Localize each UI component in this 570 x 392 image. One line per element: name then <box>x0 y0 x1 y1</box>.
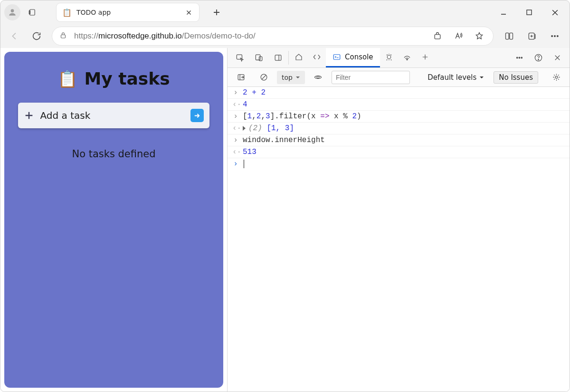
tab-console[interactable]: Console <box>326 48 380 67</box>
svg-point-17 <box>387 55 391 59</box>
svg-rect-1 <box>30 10 35 15</box>
svg-point-9 <box>551 36 553 37</box>
device-toolbar-icon[interactable] <box>249 53 268 62</box>
add-task-input[interactable]: Add a task <box>18 103 209 128</box>
svg-point-11 <box>557 36 559 37</box>
svg-rect-15 <box>275 55 281 60</box>
inspect-element-icon[interactable] <box>230 53 249 62</box>
svg-rect-13 <box>256 55 260 60</box>
tab-network[interactable] <box>398 48 416 67</box>
svg-rect-7 <box>510 33 513 39</box>
browser-tab[interactable]: 📋 TODO app <box>57 3 199 21</box>
add-task-placeholder: Add a task <box>40 110 184 121</box>
log-levels-select[interactable]: Default levels <box>428 73 484 82</box>
devtools-panel: Console top Default <box>227 48 570 392</box>
svg-point-19 <box>516 57 518 58</box>
devtools-more-icon[interactable] <box>510 48 529 67</box>
dock-side-icon[interactable] <box>268 53 287 62</box>
clear-console-icon[interactable] <box>254 73 273 82</box>
console-input-row: › 2 + 2 <box>228 87 570 99</box>
clipboard-icon: 📋 <box>57 69 77 88</box>
collections-icon[interactable] <box>525 29 539 43</box>
new-tab-button[interactable] <box>209 4 225 20</box>
tab-elements[interactable] <box>308 48 326 67</box>
profile-button[interactable] <box>4 4 20 20</box>
favorite-icon[interactable] <box>472 29 486 43</box>
svg-point-18 <box>406 59 407 60</box>
text-cursor <box>244 160 244 168</box>
svg-point-27 <box>555 76 558 78</box>
svg-point-10 <box>554 36 556 37</box>
console-prompt-row[interactable]: › <box>228 158 570 170</box>
tab-sources[interactable] <box>380 48 398 67</box>
svg-point-21 <box>521 57 522 58</box>
console-toolbar: top Default levels No Issues <box>228 68 570 87</box>
console-output-row: ‹· 513 <box>228 146 570 158</box>
console-output-row[interactable]: ‹· (2) [1, 3] <box>228 123 570 134</box>
console-settings-icon[interactable] <box>547 73 566 82</box>
shopping-icon[interactable] <box>430 29 445 43</box>
live-expression-icon[interactable] <box>309 73 328 82</box>
clipboard-icon: 📋 <box>62 8 72 17</box>
console-input-row: › window.innerHeight <box>228 134 570 146</box>
page-title: 📋 My tasks <box>57 69 170 88</box>
split-screen-icon[interactable] <box>502 29 516 43</box>
issues-button[interactable]: No Issues <box>494 71 538 84</box>
webpage-viewport: 📋 My tasks Add a task No tasks defined <box>0 48 227 392</box>
svg-point-23 <box>538 59 539 60</box>
content-area: 📋 My tasks Add a task No tasks defined <box>0 48 570 392</box>
read-aloud-icon[interactable] <box>451 29 466 43</box>
svg-point-0 <box>11 9 14 12</box>
svg-point-20 <box>519 57 520 58</box>
tab-strip: 📋 TODO app <box>0 0 570 24</box>
lock-icon <box>59 31 67 41</box>
tab-title: TODO app <box>76 9 179 16</box>
browser-toolbar: https://microsoftedge.github.io/Demos/de… <box>0 24 570 48</box>
browser-window: 📋 TODO app <box>0 0 570 392</box>
expand-icon[interactable] <box>243 126 246 131</box>
log-levels-label: Default levels <box>428 73 476 82</box>
devtools-tabbar: Console <box>228 48 570 68</box>
console-filter-input[interactable] <box>332 71 410 84</box>
page-heading-text: My tasks <box>84 69 170 88</box>
refresh-button[interactable] <box>30 29 43 43</box>
minimize-button[interactable] <box>493 3 514 22</box>
svg-rect-16 <box>333 55 340 60</box>
svg-point-26 <box>317 76 320 78</box>
empty-state-text: No tasks defined <box>72 148 155 160</box>
todo-app: 📋 My tasks Add a task No tasks defined <box>4 52 223 388</box>
svg-rect-6 <box>506 33 509 39</box>
devtools-close-icon[interactable] <box>548 48 567 67</box>
tab-actions-button[interactable] <box>24 4 40 20</box>
address-bar[interactable]: https://microsoftedge.github.io/Demos/de… <box>52 27 494 46</box>
tab-more[interactable] <box>416 48 434 67</box>
console-output-row: ‹· 4 <box>228 99 570 111</box>
close-tab-button[interactable] <box>184 8 193 17</box>
maximize-button[interactable] <box>518 3 540 22</box>
svg-rect-3 <box>527 10 532 15</box>
back-button[interactable] <box>8 29 21 43</box>
issues-label: No Issues <box>499 73 533 82</box>
console-input-row: › [1,2,3].filter(x => x % 2) <box>228 111 570 123</box>
tab-console-label: Console <box>345 53 373 61</box>
toggle-sidebar-icon[interactable] <box>231 73 250 82</box>
console-output[interactable]: › 2 + 2 ‹· 4 › [1,2,3].filter(x => x % 2… <box>228 87 570 392</box>
svg-rect-4 <box>61 35 66 38</box>
url-text: https://microsoftedge.github.io/Demos/de… <box>74 31 424 41</box>
devtools-help-icon[interactable] <box>529 48 548 67</box>
settings-menu-icon[interactable] <box>548 29 562 43</box>
execution-context-select[interactable]: top <box>277 71 305 84</box>
tab-welcome[interactable] <box>290 48 308 67</box>
svg-rect-5 <box>435 35 440 39</box>
execution-context-label: top <box>282 74 293 81</box>
submit-task-button[interactable] <box>190 109 204 122</box>
close-window-button[interactable] <box>544 3 566 22</box>
plus-icon <box>24 110 34 121</box>
